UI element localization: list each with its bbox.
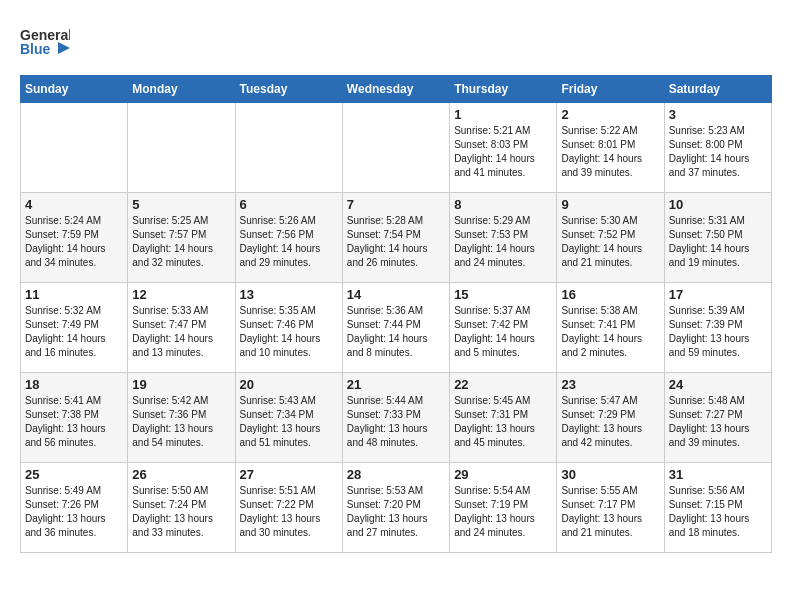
calendar-cell: 13Sunrise: 5:35 AM Sunset: 7:46 PM Dayli… <box>235 283 342 373</box>
day-number: 9 <box>561 197 659 212</box>
calendar-cell: 12Sunrise: 5:33 AM Sunset: 7:47 PM Dayli… <box>128 283 235 373</box>
day-info: Sunrise: 5:24 AM Sunset: 7:59 PM Dayligh… <box>25 214 123 270</box>
day-info: Sunrise: 5:30 AM Sunset: 7:52 PM Dayligh… <box>561 214 659 270</box>
day-info: Sunrise: 5:41 AM Sunset: 7:38 PM Dayligh… <box>25 394 123 450</box>
calendar-cell: 17Sunrise: 5:39 AM Sunset: 7:39 PM Dayli… <box>664 283 771 373</box>
day-number: 7 <box>347 197 445 212</box>
day-info: Sunrise: 5:54 AM Sunset: 7:19 PM Dayligh… <box>454 484 552 540</box>
day-info: Sunrise: 5:33 AM Sunset: 7:47 PM Dayligh… <box>132 304 230 360</box>
day-number: 29 <box>454 467 552 482</box>
logo-graphic: General Blue <box>20 20 70 65</box>
day-number: 26 <box>132 467 230 482</box>
day-number: 19 <box>132 377 230 392</box>
calendar-cell: 8Sunrise: 5:29 AM Sunset: 7:53 PM Daylig… <box>450 193 557 283</box>
calendar-cell: 2Sunrise: 5:22 AM Sunset: 8:01 PM Daylig… <box>557 103 664 193</box>
day-info: Sunrise: 5:53 AM Sunset: 7:20 PM Dayligh… <box>347 484 445 540</box>
weekday-header-saturday: Saturday <box>664 76 771 103</box>
weekday-header-thursday: Thursday <box>450 76 557 103</box>
calendar-cell: 24Sunrise: 5:48 AM Sunset: 7:27 PM Dayli… <box>664 373 771 463</box>
day-number: 12 <box>132 287 230 302</box>
calendar-week-2: 4Sunrise: 5:24 AM Sunset: 7:59 PM Daylig… <box>21 193 772 283</box>
day-number: 18 <box>25 377 123 392</box>
day-info: Sunrise: 5:22 AM Sunset: 8:01 PM Dayligh… <box>561 124 659 180</box>
calendar-cell: 14Sunrise: 5:36 AM Sunset: 7:44 PM Dayli… <box>342 283 449 373</box>
calendar-week-1: 1Sunrise: 5:21 AM Sunset: 8:03 PM Daylig… <box>21 103 772 193</box>
day-number: 4 <box>25 197 123 212</box>
day-number: 2 <box>561 107 659 122</box>
day-info: Sunrise: 5:32 AM Sunset: 7:49 PM Dayligh… <box>25 304 123 360</box>
day-info: Sunrise: 5:55 AM Sunset: 7:17 PM Dayligh… <box>561 484 659 540</box>
calendar-cell: 4Sunrise: 5:24 AM Sunset: 7:59 PM Daylig… <box>21 193 128 283</box>
day-info: Sunrise: 5:25 AM Sunset: 7:57 PM Dayligh… <box>132 214 230 270</box>
day-info: Sunrise: 5:42 AM Sunset: 7:36 PM Dayligh… <box>132 394 230 450</box>
calendar-cell: 31Sunrise: 5:56 AM Sunset: 7:15 PM Dayli… <box>664 463 771 553</box>
day-info: Sunrise: 5:48 AM Sunset: 7:27 PM Dayligh… <box>669 394 767 450</box>
day-info: Sunrise: 5:35 AM Sunset: 7:46 PM Dayligh… <box>240 304 338 360</box>
calendar-cell: 26Sunrise: 5:50 AM Sunset: 7:24 PM Dayli… <box>128 463 235 553</box>
day-info: Sunrise: 5:56 AM Sunset: 7:15 PM Dayligh… <box>669 484 767 540</box>
day-number: 6 <box>240 197 338 212</box>
calendar-cell: 18Sunrise: 5:41 AM Sunset: 7:38 PM Dayli… <box>21 373 128 463</box>
day-number: 10 <box>669 197 767 212</box>
day-info: Sunrise: 5:29 AM Sunset: 7:53 PM Dayligh… <box>454 214 552 270</box>
day-number: 13 <box>240 287 338 302</box>
day-info: Sunrise: 5:31 AM Sunset: 7:50 PM Dayligh… <box>669 214 767 270</box>
day-info: Sunrise: 5:51 AM Sunset: 7:22 PM Dayligh… <box>240 484 338 540</box>
day-info: Sunrise: 5:28 AM Sunset: 7:54 PM Dayligh… <box>347 214 445 270</box>
calendar-cell: 22Sunrise: 5:45 AM Sunset: 7:31 PM Dayli… <box>450 373 557 463</box>
calendar-cell: 7Sunrise: 5:28 AM Sunset: 7:54 PM Daylig… <box>342 193 449 283</box>
day-number: 25 <box>25 467 123 482</box>
logo: General Blue <box>20 20 70 65</box>
calendar-week-4: 18Sunrise: 5:41 AM Sunset: 7:38 PM Dayli… <box>21 373 772 463</box>
day-info: Sunrise: 5:36 AM Sunset: 7:44 PM Dayligh… <box>347 304 445 360</box>
day-info: Sunrise: 5:49 AM Sunset: 7:26 PM Dayligh… <box>25 484 123 540</box>
day-number: 5 <box>132 197 230 212</box>
day-number: 22 <box>454 377 552 392</box>
calendar-week-5: 25Sunrise: 5:49 AM Sunset: 7:26 PM Dayli… <box>21 463 772 553</box>
svg-marker-2 <box>58 42 70 54</box>
day-number: 3 <box>669 107 767 122</box>
day-info: Sunrise: 5:43 AM Sunset: 7:34 PM Dayligh… <box>240 394 338 450</box>
day-info: Sunrise: 5:38 AM Sunset: 7:41 PM Dayligh… <box>561 304 659 360</box>
weekday-header-friday: Friday <box>557 76 664 103</box>
day-info: Sunrise: 5:21 AM Sunset: 8:03 PM Dayligh… <box>454 124 552 180</box>
calendar-cell <box>21 103 128 193</box>
day-info: Sunrise: 5:47 AM Sunset: 7:29 PM Dayligh… <box>561 394 659 450</box>
calendar-cell: 28Sunrise: 5:53 AM Sunset: 7:20 PM Dayli… <box>342 463 449 553</box>
day-number: 14 <box>347 287 445 302</box>
day-number: 28 <box>347 467 445 482</box>
day-number: 24 <box>669 377 767 392</box>
calendar-cell: 5Sunrise: 5:25 AM Sunset: 7:57 PM Daylig… <box>128 193 235 283</box>
weekday-header-monday: Monday <box>128 76 235 103</box>
day-info: Sunrise: 5:23 AM Sunset: 8:00 PM Dayligh… <box>669 124 767 180</box>
calendar-cell <box>342 103 449 193</box>
calendar-cell: 6Sunrise: 5:26 AM Sunset: 7:56 PM Daylig… <box>235 193 342 283</box>
calendar-cell: 11Sunrise: 5:32 AM Sunset: 7:49 PM Dayli… <box>21 283 128 373</box>
weekday-header-sunday: Sunday <box>21 76 128 103</box>
day-info: Sunrise: 5:26 AM Sunset: 7:56 PM Dayligh… <box>240 214 338 270</box>
day-info: Sunrise: 5:39 AM Sunset: 7:39 PM Dayligh… <box>669 304 767 360</box>
page-header: General Blue <box>20 20 772 65</box>
day-number: 1 <box>454 107 552 122</box>
calendar-cell: 16Sunrise: 5:38 AM Sunset: 7:41 PM Dayli… <box>557 283 664 373</box>
day-number: 23 <box>561 377 659 392</box>
calendar-cell: 10Sunrise: 5:31 AM Sunset: 7:50 PM Dayli… <box>664 193 771 283</box>
day-number: 21 <box>347 377 445 392</box>
calendar-cell: 19Sunrise: 5:42 AM Sunset: 7:36 PM Dayli… <box>128 373 235 463</box>
calendar-cell <box>235 103 342 193</box>
calendar-cell: 25Sunrise: 5:49 AM Sunset: 7:26 PM Dayli… <box>21 463 128 553</box>
calendar-cell: 1Sunrise: 5:21 AM Sunset: 8:03 PM Daylig… <box>450 103 557 193</box>
day-info: Sunrise: 5:50 AM Sunset: 7:24 PM Dayligh… <box>132 484 230 540</box>
day-number: 8 <box>454 197 552 212</box>
calendar-cell: 27Sunrise: 5:51 AM Sunset: 7:22 PM Dayli… <box>235 463 342 553</box>
day-info: Sunrise: 5:45 AM Sunset: 7:31 PM Dayligh… <box>454 394 552 450</box>
day-number: 17 <box>669 287 767 302</box>
calendar-cell: 30Sunrise: 5:55 AM Sunset: 7:17 PM Dayli… <box>557 463 664 553</box>
calendar-cell: 23Sunrise: 5:47 AM Sunset: 7:29 PM Dayli… <box>557 373 664 463</box>
day-number: 30 <box>561 467 659 482</box>
day-number: 16 <box>561 287 659 302</box>
calendar-table: SundayMondayTuesdayWednesdayThursdayFrid… <box>20 75 772 553</box>
day-number: 11 <box>25 287 123 302</box>
calendar-cell: 29Sunrise: 5:54 AM Sunset: 7:19 PM Dayli… <box>450 463 557 553</box>
weekday-header-wednesday: Wednesday <box>342 76 449 103</box>
